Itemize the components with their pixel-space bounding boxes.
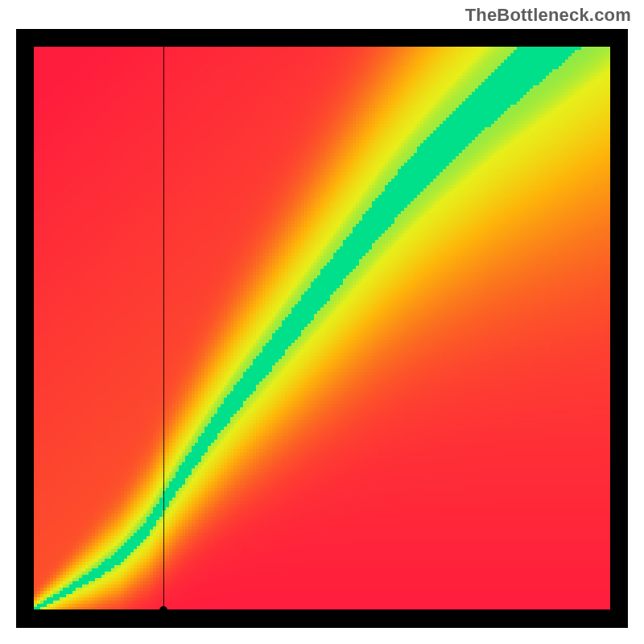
attribution-watermark: TheBottleneck.com <box>465 5 631 26</box>
plot-border <box>16 29 628 628</box>
heatmap-canvas <box>34 47 610 610</box>
chart-wrap: TheBottleneck.com <box>0 0 644 644</box>
plot-area <box>34 47 610 610</box>
